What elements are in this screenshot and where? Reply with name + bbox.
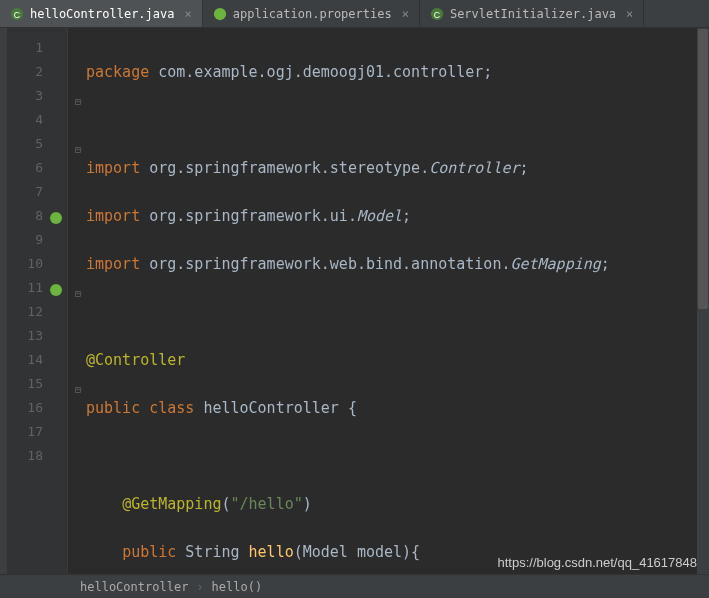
editor-tabs: C helloController.java × application.pro…: [0, 0, 709, 28]
line-number: 7: [8, 180, 67, 204]
breadcrumb-method[interactable]: hello(): [212, 580, 263, 594]
tab-hellocontroller[interactable]: C helloController.java ×: [0, 0, 203, 27]
line-number: 12: [8, 300, 67, 324]
svg-point-2: [214, 7, 226, 19]
tab-label: application.properties: [233, 7, 392, 21]
close-icon[interactable]: ×: [185, 7, 192, 21]
class-icon: C: [10, 7, 24, 21]
vertical-scrollbar[interactable]: [697, 28, 709, 574]
left-strip: [0, 28, 8, 574]
line-number: 8: [8, 204, 67, 228]
gutter: 1 2 3⊟ 4 5⊟ 6 7 8 9 10 11 ⊟ 12 13 14 15⊟…: [8, 28, 68, 574]
scroll-thumb[interactable]: [698, 29, 708, 309]
line-number: 1: [8, 36, 67, 60]
line-number: 18: [8, 444, 67, 468]
line-number: 3⊟: [8, 84, 67, 108]
code-editor[interactable]: package com.example.ogj.demoogj01.contro…: [68, 28, 709, 574]
class-icon: C: [430, 7, 444, 21]
breadcrumb: helloController › hello(): [0, 574, 709, 598]
line-number: 13: [8, 324, 67, 348]
line-number: 14: [8, 348, 67, 372]
line-number: 10: [8, 252, 67, 276]
line-number: 2: [8, 60, 67, 84]
spring-icon: [213, 7, 227, 21]
line-number: 11 ⊟: [8, 276, 67, 300]
svg-text:C: C: [14, 9, 20, 19]
tab-label: helloController.java: [30, 7, 175, 21]
spring-bean-icon[interactable]: [49, 281, 63, 295]
line-number: 4: [8, 108, 67, 132]
line-number: 9: [8, 228, 67, 252]
svg-point-6: [50, 284, 62, 296]
editor-area: 1 2 3⊟ 4 5⊟ 6 7 8 9 10 11 ⊟ 12 13 14 15⊟…: [0, 28, 709, 574]
tab-application-properties[interactable]: application.properties ×: [203, 0, 420, 27]
line-number: 17: [8, 420, 67, 444]
svg-text:C: C: [434, 9, 440, 19]
spring-bean-icon[interactable]: [49, 209, 63, 223]
breadcrumb-class[interactable]: helloController: [80, 580, 188, 594]
close-icon[interactable]: ×: [626, 7, 633, 21]
chevron-right-icon: ›: [196, 580, 203, 594]
tab-label: ServletInitializer.java: [450, 7, 616, 21]
svg-point-5: [50, 212, 62, 224]
line-number: 5⊟: [8, 132, 67, 156]
tab-servletinitializer[interactable]: C ServletInitializer.java ×: [420, 0, 644, 27]
line-number: 16: [8, 396, 67, 420]
watermark: https://blog.csdn.net/qq_41617848: [498, 555, 698, 570]
line-number: 15⊟: [8, 372, 67, 396]
line-number: 6: [8, 156, 67, 180]
close-icon[interactable]: ×: [402, 7, 409, 21]
